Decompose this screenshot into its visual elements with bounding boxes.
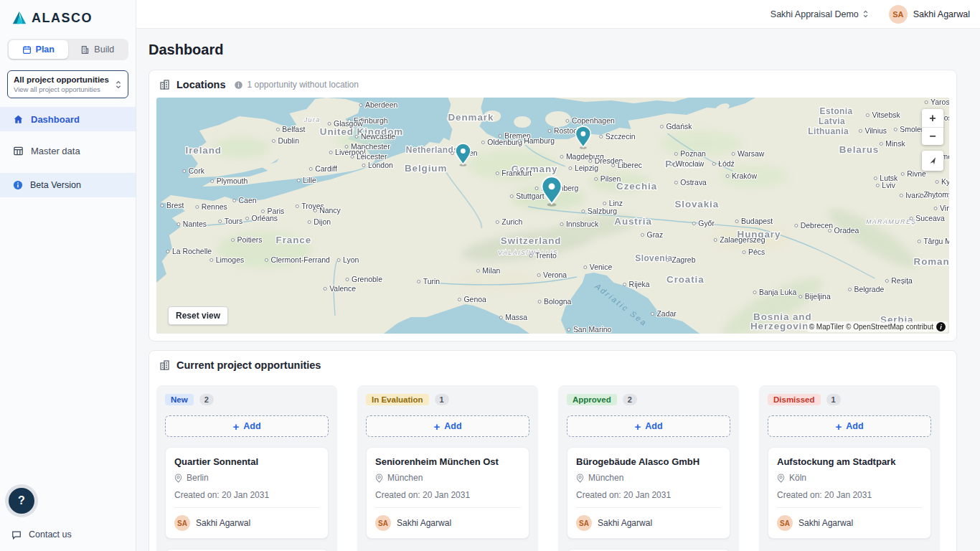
map-city-dot [261,210,264,213]
map-city-dot [735,220,738,223]
opportunity-location-text: Berlin [187,473,209,483]
city-buildings-icon [159,79,171,90]
opportunity-location: Berlin [174,473,319,483]
zoom-out-button[interactable]: − [922,127,943,145]
selector-title: All project opportunities [14,75,115,84]
map-city-dot [529,255,532,258]
map-city-dot [925,101,928,104]
map-city-label: Glasgow [334,120,363,128]
map-city-dot [309,168,312,171]
opportunity-owner: SASakhi Agarwal [777,515,922,531]
sidebar-item-master-data[interactable]: Master data [0,138,136,163]
map-city-label: Plymouth [217,177,248,185]
map-city-label: Suceava [915,215,945,222]
sidebar-nav: Dashboard Master data [0,107,136,163]
beta-version-banner[interactable]: Beta Version [0,173,136,197]
opportunity-card[interactable]: Bürogebäude Alasco GmbHMünchenCreated on… [567,447,730,539]
page-title: Dashboard [149,42,957,58]
add-opportunity-button[interactable]: +Add [567,415,730,437]
location-pin-icon [375,474,383,483]
project-scope-selector[interactable]: All project opportunities View all proje… [7,70,128,98]
map-city-label: Lille [303,176,316,184]
reset-view-button[interactable]: Reset view [168,306,228,325]
map-city-dot [894,128,897,131]
map-country-label: Belarus [839,144,880,155]
map-city-dot [603,202,606,205]
map-city-label: Venice [590,263,613,271]
zoom-in-button[interactable]: + [922,109,943,127]
opportunity-title: Aufstockung am Stadtpark [777,456,922,467]
map-city-label: Pécs [748,248,765,256]
user-menu[interactable]: SA Sakhi Agarwal [889,5,970,24]
map-city-label: Frankfurt [501,169,532,177]
tab-plan[interactable]: Plan [9,40,68,59]
map-city-dot [612,164,615,167]
map-city-dot [496,221,499,224]
opportunity-location-text: München [588,473,623,483]
opportunity-card[interactable]: Quartier SonnentalBerlinCreated on: 20 J… [165,447,329,539]
sidebar-item-dashboard[interactable]: Dashboard [0,107,136,131]
org-switcher[interactable]: Sakhi Appraisal Demo [771,9,869,19]
opportunity-title: Quartier Sonnental [174,456,319,467]
locate-button[interactable] [922,151,943,171]
tab-build[interactable]: Build [68,40,128,59]
map-country-label: Denmark [448,112,494,123]
attribution-text: © MapTiler © OpenStreetMap contribut [809,323,933,331]
user-name: Sakhi Agarwal [913,9,970,19]
contact-us-link[interactable]: Contact us [0,529,136,540]
owner-avatar: SA [777,515,793,531]
map-city-label: Gdańsk [666,123,692,131]
map-city-dot [351,156,354,159]
map-city-dot [859,130,862,133]
user-avatar: SA [889,5,908,24]
sidebar-footer: ? Contact us [0,488,136,551]
add-opportunity-button[interactable]: +Add [165,415,329,437]
opportunity-card[interactable]: Aufstockung am StadtparkKölnCreated on: … [768,447,931,539]
map-city-label: Zadar [656,310,677,318]
map-city-dot [362,164,365,167]
map-city-label: Debrecen [801,222,833,230]
opportunity-card[interactable]: Seniorenheim München OstMünchenCreated o… [366,447,529,539]
map-country-label: Latvia [819,116,845,126]
map-city-label: La Rochelle [172,248,212,255]
map-city-label: Vinnytsia [940,204,949,212]
map-attribution: © MapTiler © OpenStreetMap contribut i [807,321,948,332]
map-city-dot [499,135,501,138]
help-button[interactable]: ? [9,488,34,514]
map-city-label: Nantes [183,220,207,228]
add-button-label: Add [243,421,260,431]
map-city-dot [451,152,454,155]
column-count-badge: 1 [826,394,841,405]
org-switcher-label: Sakhi Appraisal Demo [771,9,859,19]
map-canvas[interactable]: Adriatic Sea VALAIS/WALLISMARAMUREȘJura … [156,98,949,334]
map-city-label: Cork [189,167,205,175]
map-city-label: Clermont-Ferrand [270,256,330,264]
map-city-dot [196,206,199,209]
map-city-label: Verona [543,271,567,279]
add-opportunity-button[interactable]: +Add [366,415,529,437]
locations-card: Locations 1 opportunity without location [149,70,957,342]
map-city-dot [901,173,904,176]
map-region-label: Jura [303,116,321,123]
map-city-dot [211,180,214,183]
map-city-dot [849,288,852,291]
map-city-label: Poitiers [237,236,263,244]
column-status-chip: Dismissed [768,394,821,405]
map-city-dot [535,187,538,190]
map-city-dot [458,298,461,301]
add-opportunity-button[interactable]: +Add [768,415,931,437]
opportunities-card: Current project opportunities New2+AddQu… [149,350,957,551]
card-divider [777,507,922,508]
attribution-info-icon[interactable]: i [936,322,946,331]
map-city-dot [537,274,540,277]
map-city-label: Szczecin [606,133,636,141]
map-city-label: Belgrade [854,286,884,293]
column-count-badge: 1 [435,394,449,405]
kanban-column-eval: In Evaluation1+AddSeniorenheim München O… [357,385,538,551]
map-country-label: Lithuania [808,126,849,136]
map-city-dot [876,184,879,187]
map-country-label: Romania [914,256,949,267]
map-city-dot [345,146,348,149]
card-divider [576,507,721,508]
map-city-label: Valence [329,285,356,293]
